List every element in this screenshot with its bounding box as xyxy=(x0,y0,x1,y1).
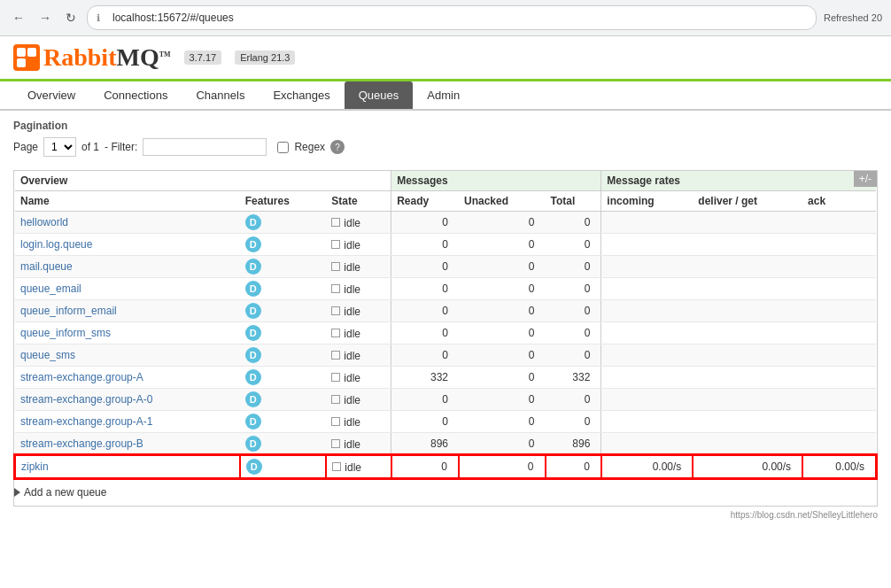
table-row[interactable]: stream-exchange.group-A-0 D idle 0 0 0 xyxy=(15,389,876,411)
queue-total: 0 xyxy=(546,322,601,344)
queue-incoming xyxy=(601,322,693,344)
page-select[interactable]: 1 xyxy=(43,137,76,157)
queue-name[interactable]: helloworld xyxy=(15,212,240,234)
help-button[interactable]: ? xyxy=(330,140,345,154)
queue-name[interactable]: zipkin xyxy=(15,455,240,478)
queue-name[interactable]: queue_sms xyxy=(15,344,240,367)
queue-deliver-get xyxy=(693,322,802,344)
table-row[interactable]: login.log.queue D idle 0 0 0 xyxy=(15,234,876,256)
queue-ready: 0 xyxy=(391,212,459,234)
tab-overview[interactable]: Overview xyxy=(13,81,89,109)
queue-total: 896 xyxy=(546,433,601,456)
queue-state: idle xyxy=(326,234,391,256)
queue-state: idle xyxy=(326,322,391,344)
url-bar[interactable] xyxy=(104,9,807,27)
tab-queues[interactable]: Queues xyxy=(345,81,414,109)
queue-incoming xyxy=(601,256,693,278)
tab-connections[interactable]: Connections xyxy=(89,81,182,109)
table-row[interactable]: queue_inform_email D idle 0 0 0 xyxy=(15,300,876,322)
queue-ready: 0 xyxy=(391,278,459,300)
queue-deliver-get xyxy=(693,389,802,411)
table-row[interactable]: queue_email D idle 0 0 0 xyxy=(15,278,876,300)
table-row[interactable]: stream-exchange.group-A D idle 332 0 332 xyxy=(15,367,876,389)
content-area: Pagination Page 1 of 1 - Filter: Regex ?… xyxy=(0,111,891,529)
table-row[interactable]: zipkin D idle 0 0 0 0.00/s 0.00/s 0.00/s xyxy=(15,455,876,478)
tab-admin[interactable]: Admin xyxy=(413,81,474,109)
queue-incoming xyxy=(601,433,693,456)
filter-label: - Filter: xyxy=(105,141,137,153)
message-rates-section-header: Message rates xyxy=(601,171,876,191)
queue-unacked: 0 xyxy=(459,322,546,344)
queue-incoming xyxy=(601,212,693,234)
queue-feature: D xyxy=(240,455,327,478)
queue-name[interactable]: stream-exchange.group-A-1 xyxy=(15,411,240,433)
queue-name[interactable]: mail.queue xyxy=(15,256,240,278)
queue-ready: 896 xyxy=(391,433,459,456)
queue-unacked: 0 xyxy=(459,344,546,367)
queue-name[interactable]: stream-exchange.group-B xyxy=(15,433,240,456)
browser-chrome: ← → ↻ ℹ Refreshed 20 xyxy=(0,0,891,36)
table-row[interactable]: stream-exchange.group-A-1 D idle 0 0 0 xyxy=(15,411,876,433)
queue-feature: D xyxy=(240,212,327,234)
queues-table-wrapper: +/- Overview Messages Message rates Name… xyxy=(13,170,878,507)
watermark: https://blog.csdn.net/ShelleyLittlehero xyxy=(13,510,878,520)
queue-deliver-get xyxy=(693,300,802,322)
page-label: Page xyxy=(13,141,38,153)
col-ack: ack xyxy=(802,191,876,212)
queue-ready: 0 xyxy=(391,234,459,256)
tab-exchanges[interactable]: Exchanges xyxy=(259,81,344,109)
queue-state: idle xyxy=(326,344,391,367)
queue-ready: 0 xyxy=(391,411,459,433)
queue-deliver-get xyxy=(693,367,802,389)
plus-minus-button[interactable]: +/- xyxy=(854,171,877,187)
queue-incoming: 0.00/s xyxy=(601,455,693,478)
pagination-section: Pagination Page 1 of 1 - Filter: Regex ? xyxy=(13,120,878,157)
queue-state: idle xyxy=(326,367,391,389)
queue-feature: D xyxy=(240,433,327,456)
erlang-badge: Erlang 21.3 xyxy=(235,50,295,65)
logo: RabbitMQTM xyxy=(13,43,171,72)
queue-unacked: 0 xyxy=(459,367,546,389)
table-row[interactable]: queue_sms D idle 0 0 0 xyxy=(15,344,876,367)
back-button[interactable]: ← xyxy=(9,9,28,27)
queue-name[interactable]: queue_email xyxy=(15,278,240,300)
queue-unacked: 0 xyxy=(459,278,546,300)
table-body: helloworld D idle 0 0 0 login.log.queue … xyxy=(15,212,876,479)
queue-total: 0 xyxy=(546,234,601,256)
queue-deliver-get: 0.00/s xyxy=(693,455,802,478)
regex-checkbox[interactable] xyxy=(277,142,289,153)
table-row[interactable]: helloworld D idle 0 0 0 xyxy=(15,212,876,234)
queue-unacked: 0 xyxy=(459,212,546,234)
add-queue-link[interactable]: Add a new queue xyxy=(14,479,877,506)
queue-feature: D xyxy=(240,367,327,389)
svg-rect-3 xyxy=(17,58,26,67)
queue-name[interactable]: queue_inform_email xyxy=(15,300,240,322)
queue-ack xyxy=(802,278,876,300)
table-row[interactable]: mail.queue D idle 0 0 0 xyxy=(15,256,876,278)
queue-total: 0 xyxy=(546,212,601,234)
refresh-button[interactable]: ↻ xyxy=(62,9,80,27)
svg-rect-4 xyxy=(27,58,36,67)
queue-unacked: 0 xyxy=(459,433,546,456)
queue-ready: 0 xyxy=(391,300,459,322)
tab-channels[interactable]: Channels xyxy=(182,81,259,109)
table-row[interactable]: queue_inform_sms D idle 0 0 0 xyxy=(15,322,876,344)
queue-state: idle xyxy=(326,278,391,300)
filter-input[interactable] xyxy=(143,138,267,156)
queue-total: 0 xyxy=(546,455,601,478)
svg-rect-1 xyxy=(17,48,26,57)
queue-ready: 332 xyxy=(391,367,459,389)
queue-unacked: 0 xyxy=(459,455,546,478)
queue-name[interactable]: stream-exchange.group-A xyxy=(15,367,240,389)
queue-name[interactable]: login.log.queue xyxy=(15,234,240,256)
queue-deliver-get xyxy=(693,256,802,278)
queue-unacked: 0 xyxy=(459,256,546,278)
queue-state: idle xyxy=(326,212,391,234)
queue-name[interactable]: stream-exchange.group-A-0 xyxy=(15,389,240,411)
queue-total: 0 xyxy=(546,256,601,278)
regex-label: Regex xyxy=(294,141,325,153)
forward-button[interactable]: → xyxy=(35,9,55,27)
table-row[interactable]: stream-exchange.group-B D idle 896 0 896 xyxy=(15,433,876,456)
queue-name[interactable]: queue_inform_sms xyxy=(15,322,240,344)
queue-deliver-get xyxy=(693,278,802,300)
